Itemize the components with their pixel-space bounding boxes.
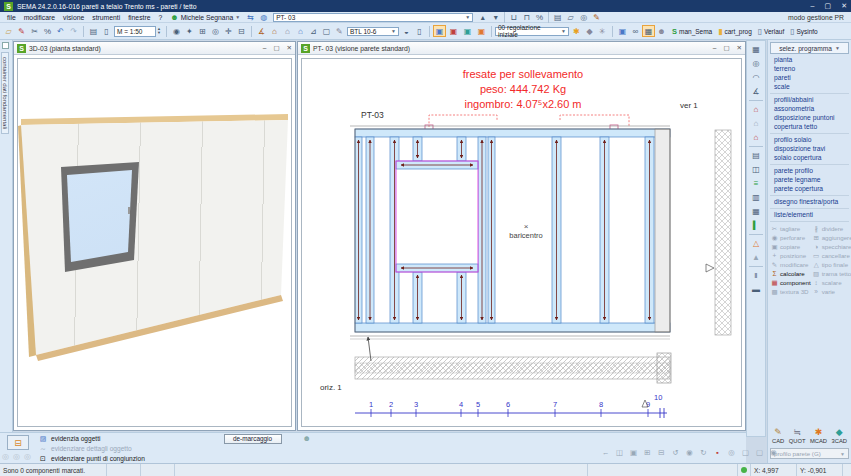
bars-green-icon[interactable]: ▍ [749,219,764,232]
group-remove-icon[interactable]: ⊟ [656,446,667,458]
selection-box-icon[interactable]: ▢ [740,446,751,458]
undo-icon[interactable]: ↶ [54,25,67,37]
refresh-view-icon[interactable]: ✦ [183,25,196,37]
dock-checkbox[interactable] [2,42,9,49]
scroll-up-icon[interactable]: ▴ [476,11,489,23]
print-icon[interactable]: ▤ [87,25,100,37]
tool-varie[interactable]: »varie [812,287,851,296]
sidebar-item-scale[interactable]: scale [770,82,849,91]
menu-finestre[interactable]: finestre [124,14,154,21]
sidebar-item-assonometria[interactable]: assonometria [770,104,849,113]
lock-percent-icon[interactable]: % [533,11,546,23]
menu-modificare[interactable]: modificare [20,14,59,21]
step-back-icon[interactable]: ← [600,446,611,458]
menu-visione[interactable]: visione [59,14,88,21]
marker-red-icon[interactable]: ▪ [712,446,723,458]
tool-textura-3d[interactable]: ▩textura 3D [770,287,812,296]
select-circle-icon[interactable]: ◎ [24,452,31,461]
info-box-icon[interactable]: ▣ [616,25,629,37]
cut-percent-icon[interactable]: ✂ [28,25,41,37]
eye-outline-icon[interactable]: ◎ [726,446,737,458]
program-selector[interactable]: selez. programma ▼ [770,42,849,54]
home-lock-icon[interactable]: ⌂ [281,25,294,37]
verlauf-link[interactable]: ▯Verlauf [755,27,787,36]
edit-red-icon[interactable]: ✎ [15,25,28,37]
wall-framing-canvas[interactable]: fresate per sollevamento peso: 444.742 K… [302,59,742,425]
sidebar-item-disposizione-puntoni[interactable]: disposizione puntoni [770,113,849,122]
tool-calcolare[interactable]: Σcalcolare [770,269,812,278]
house-gray-icon[interactable]: ⌂ [749,117,764,130]
demarcaggio-button[interactable]: de-marcaggio [224,434,282,444]
viewport-wall[interactable]: fresate per sollevamento peso: 444.742 K… [301,58,742,427]
menu-help[interactable]: ? [154,14,166,21]
clipboard-icon[interactable]: ▤ [551,11,564,23]
home-up-icon[interactable]: ⌂ [294,25,307,37]
tool-trama-tetto[interactable]: ▨trama tetto [812,269,851,278]
menu-file[interactable]: file [3,14,20,21]
cart-prog-link[interactable]: ▮cart_prog [715,27,755,36]
export-sheet-icon[interactable]: ◒ [400,25,413,37]
sidebar-item-profili-abbaini[interactable]: profili/abbaini [770,95,849,104]
rotate-left-icon[interactable]: ↺ [670,446,681,458]
select-circle-icon[interactable]: ◎ [13,452,20,461]
highlight-details-row[interactable]: ∼ evidenziare dettagli oggetto [38,444,311,454]
fundamental-data-tab[interactable]: container dati fondamentali [1,52,9,134]
xray-box-icon[interactable]: ▢ [320,25,333,37]
marked-layers-button[interactable]: ⊟ [7,435,29,450]
preset-selector[interactable]: 00 regolazione iniziale ▼ [495,27,569,36]
beam-icon[interactable]: ▬ [749,283,764,296]
btl-selector[interactable]: BTL 10-6 ▼ [347,27,399,36]
zoom-window-icon[interactable]: ⊞ [196,25,209,37]
mcad-button[interactable]: ✱MCAD [810,427,827,444]
table-icon[interactable]: ▦ [749,205,764,218]
group-people-icon[interactable]: ☻ [655,25,668,37]
home-view-icon[interactable]: ⌂ [268,25,281,37]
columns-icon[interactable]: ▥ [749,191,764,204]
roof-gray-icon[interactable]: ▲ [749,251,764,264]
pen-icon[interactable]: ✎ [590,11,603,23]
eye-2-icon[interactable]: ◉ [768,446,779,458]
angle-tool-icon[interactable]: ∡ [255,25,268,37]
layers-icon[interactable]: ▤ [749,149,764,162]
user-menu[interactable]: ☻ Michele Segnana ▼ [167,13,243,22]
close-icon[interactable]: ✕ [287,44,292,52]
sidebar-item-terreno[interactable]: terreno [770,64,849,73]
camera-view-icon[interactable]: ◉ [170,25,183,37]
highlight-objects-row[interactable]: ▨ evidenzia oggetti de-marcaggio ☻ [38,434,311,444]
lock-closed-icon[interactable]: ⊓ [520,11,533,23]
tool-posizione[interactable]: +posizione [770,251,812,260]
minimize-icon[interactable]: – [811,2,815,10]
zoom-region-icon[interactable]: ◎ [749,57,764,70]
panel-3d-titlebar[interactable]: S 3D-03 (pianta standard) – ▢ ✕ [14,42,295,55]
sidebar-item-copertura-tetto[interactable]: copertura tetto [770,122,849,131]
tool-modificare[interactable]: ✎modificare [770,260,812,269]
person-icon[interactable]: ☻ [303,434,311,443]
copy-settings-icon[interactable]: ◆ [583,25,596,37]
maximize-icon[interactable]: ▢ [273,44,279,52]
tool-aggiungere[interactable]: ⊞aggiungere [812,233,851,242]
house-red-icon[interactable]: ⌂ [749,103,764,116]
tool-scalare[interactable]: ↕scalare [812,278,851,287]
display-blue-icon[interactable]: ▣ [433,25,446,37]
folder-icon[interactable]: ▱ [564,11,577,23]
binoculars-icon[interactable]: ∞ [629,25,642,37]
sidebar-item-liste-elementi[interactable]: liste/elementi [770,210,849,219]
sidebar-item-profilo-solaio[interactable]: profilo solaio [770,135,849,144]
boxes-copy-icon[interactable]: ▣ [628,446,639,458]
tool-tipo-finale[interactable]: △tipo finale [812,260,851,269]
zoom-previous-icon[interactable]: ⊟ [235,25,248,37]
rotate-right-icon[interactable]: ↻ [698,446,709,458]
sheet-icon[interactable]: ▯ [413,25,426,37]
sidebar-item-pianta[interactable]: pianta [770,55,849,64]
select-circle-icon[interactable]: ◎ [2,452,9,461]
close-icon[interactable]: ✕ [841,2,847,10]
view-selector[interactable]: PT- 03 ▼ [273,13,473,22]
sidebar-item-disegno-finestra-porta[interactable]: disegno finestra/porta [770,197,849,206]
zoom-icon[interactable]: ◎ [209,25,222,37]
open-project-icon[interactable]: ▱ [2,25,15,37]
viewport-3d[interactable] [17,58,292,427]
sidebar-item-parete-profilo[interactable]: parete profilo [770,166,849,175]
display-teal-icon[interactable]: ▣ [461,25,474,37]
cad-button[interactable]: ✎CAD [772,427,784,444]
percent-icon[interactable]: % [41,25,54,37]
